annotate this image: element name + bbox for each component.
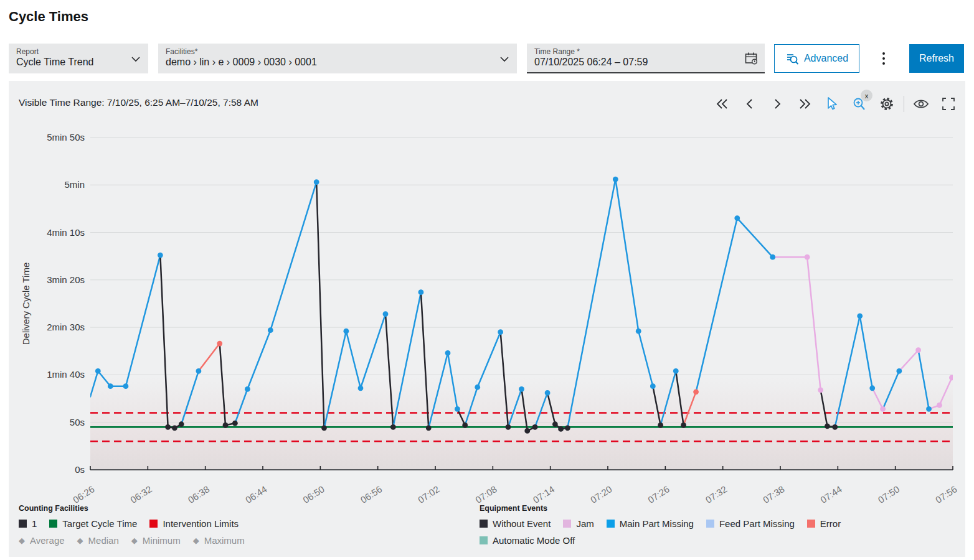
legend-swatch xyxy=(49,520,57,528)
legend-item-label: Intervention Limits xyxy=(163,518,239,529)
diamond-icon: ◆ xyxy=(131,536,138,545)
legend-item-label: Automatic Mode Off xyxy=(493,535,575,546)
legend-item-label: Target Cycle Time xyxy=(62,518,137,529)
legend-item[interactable]: ◆Average xyxy=(19,535,65,546)
svg-text:06:26: 06:26 xyxy=(71,483,97,505)
legend-item[interactable]: Error xyxy=(807,518,841,529)
legend-heading: Counting Facilities xyxy=(19,504,245,513)
diamond-icon: ◆ xyxy=(19,536,25,545)
svg-text:07:56: 07:56 xyxy=(934,483,959,505)
legend-equipment-events: Equipment Events Without EventJamMain Pa… xyxy=(480,504,841,552)
diamond-icon: ◆ xyxy=(77,536,83,545)
legend-counting-facilities: Counting Facilities 1Target Cycle TimeIn… xyxy=(19,504,245,552)
svg-text:07:50: 07:50 xyxy=(876,483,902,505)
legend-swatch xyxy=(563,520,571,528)
legend-heading: Equipment Events xyxy=(480,504,841,513)
legend-swatch xyxy=(480,536,488,544)
svg-text:0s: 0s xyxy=(75,464,85,475)
cycle-time-chart-canvas[interactable]: 06:2606:3206:3806:4406:5006:5607:0207:08… xyxy=(0,0,974,560)
legend-swatch xyxy=(807,520,815,528)
legend-swatch xyxy=(19,520,27,528)
legend-item[interactable]: Without Event xyxy=(480,518,551,529)
legend-item-label: Without Event xyxy=(493,518,551,529)
svg-text:07:44: 07:44 xyxy=(818,483,844,505)
svg-text:06:56: 06:56 xyxy=(359,483,384,505)
legend-item[interactable]: ◆Minimum xyxy=(131,535,181,546)
diamond-icon: ◆ xyxy=(193,536,199,545)
legend-item-label: Minimum xyxy=(143,535,181,546)
legend-item[interactable]: ◆Maximum xyxy=(193,535,245,546)
svg-text:50s: 50s xyxy=(70,417,85,427)
legend-swatch xyxy=(149,520,158,528)
svg-text:07:14: 07:14 xyxy=(531,483,557,505)
svg-text:07:20: 07:20 xyxy=(589,483,614,505)
legend-item-label: Jam xyxy=(576,518,593,529)
svg-text:06:32: 06:32 xyxy=(128,483,154,505)
legend-item-label: Main Part Missing xyxy=(620,518,694,529)
svg-text:07:08: 07:08 xyxy=(473,483,499,505)
svg-text:4min 10s: 4min 10s xyxy=(47,227,85,238)
legend-item-label: Median xyxy=(88,535,119,546)
legend-item-label: 1 xyxy=(32,518,37,529)
svg-text:Delivery Cycle Time: Delivery Cycle Time xyxy=(21,263,31,345)
svg-text:5min: 5min xyxy=(64,179,85,190)
svg-text:07:02: 07:02 xyxy=(416,483,442,505)
legend-swatch xyxy=(607,520,615,528)
svg-text:1min 40s: 1min 40s xyxy=(47,369,85,380)
legend-item[interactable]: ◆Median xyxy=(77,535,119,546)
legend-item[interactable]: Target Cycle Time xyxy=(49,518,137,529)
svg-text:06:38: 06:38 xyxy=(186,483,212,505)
svg-text:06:50: 06:50 xyxy=(301,483,326,505)
legend-item[interactable]: 1 xyxy=(19,518,37,529)
legend-item[interactable]: Feed Part Missing xyxy=(706,518,795,529)
svg-text:06:44: 06:44 xyxy=(244,483,269,505)
legend-item-label: Feed Part Missing xyxy=(719,518,795,529)
svg-text:07:32: 07:32 xyxy=(704,483,729,505)
legend-item-label: Error xyxy=(820,518,841,529)
legend-item[interactable]: Intervention Limits xyxy=(149,518,239,529)
legend-item-label: Maximum xyxy=(204,535,245,546)
legend-item[interactable]: Automatic Mode Off xyxy=(480,535,575,546)
legend-swatch xyxy=(706,520,714,528)
svg-text:2min 30s: 2min 30s xyxy=(47,322,85,332)
legend-item[interactable]: Main Part Missing xyxy=(607,518,694,529)
legend-item[interactable]: Jam xyxy=(563,518,593,529)
legend-item-label: Average xyxy=(30,535,65,546)
svg-text:07:26: 07:26 xyxy=(646,483,671,505)
svg-text:3min 20s: 3min 20s xyxy=(47,274,85,285)
svg-text:5min 50s: 5min 50s xyxy=(47,132,85,142)
svg-text:07:38: 07:38 xyxy=(761,483,787,505)
legend-swatch xyxy=(480,520,488,528)
